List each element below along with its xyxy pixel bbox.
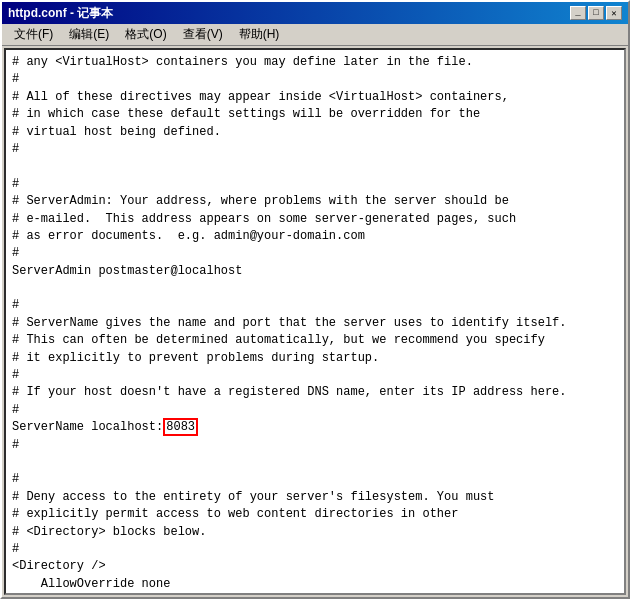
- menu-help[interactable]: 帮助(H): [231, 24, 288, 45]
- window-controls: _ □ ✕: [570, 6, 622, 20]
- text-editor-content[interactable]: # any <VirtualHost> containers you may d…: [4, 48, 626, 595]
- maximize-button[interactable]: □: [588, 6, 604, 20]
- menu-file[interactable]: 文件(F): [6, 24, 61, 45]
- menu-format[interactable]: 格式(O): [117, 24, 174, 45]
- port-number-highlight: 8083: [163, 418, 198, 436]
- server-name-line: ServerName localhost:8083: [12, 418, 198, 436]
- minimize-button[interactable]: _: [570, 6, 586, 20]
- main-window: httpd.conf - 记事本 _ □ ✕ 文件(F) 编辑(E) 格式(O)…: [0, 0, 630, 599]
- menu-view[interactable]: 查看(V): [175, 24, 231, 45]
- menu-edit[interactable]: 编辑(E): [61, 24, 117, 45]
- code-block: # any <VirtualHost> containers you may d…: [12, 54, 618, 595]
- window-title: httpd.conf - 记事本: [8, 5, 113, 22]
- close-button[interactable]: ✕: [606, 6, 622, 20]
- menu-bar: 文件(F) 编辑(E) 格式(O) 查看(V) 帮助(H): [2, 24, 628, 46]
- title-bar: httpd.conf - 记事本 _ □ ✕: [2, 2, 628, 24]
